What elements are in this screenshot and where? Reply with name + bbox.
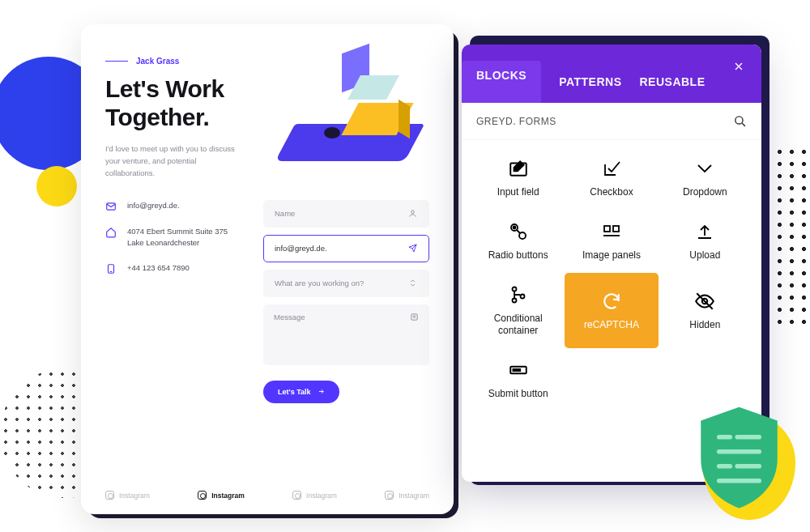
send-icon bbox=[408, 244, 418, 253]
topic-select[interactable]: What are you working on? bbox=[263, 270, 429, 297]
instagram-icon bbox=[198, 491, 207, 500]
message-textarea[interactable]: Message bbox=[263, 304, 429, 365]
svg-point-11 bbox=[512, 287, 516, 292]
contact-phone: +44 123 654 7890 bbox=[105, 262, 243, 275]
note-icon bbox=[410, 313, 419, 323]
hidden-icon bbox=[694, 291, 715, 312]
contact-form: Name info@greyd.de. What are you working… bbox=[263, 200, 429, 476]
block-hidden[interactable]: Hidden bbox=[659, 273, 752, 348]
close-button[interactable] bbox=[731, 56, 747, 72]
email-input[interactable]: info@greyd.de. bbox=[263, 235, 429, 262]
phone-icon bbox=[105, 263, 117, 275]
block-conditional-container[interactable]: Conditional container bbox=[471, 273, 565, 348]
svg-point-8 bbox=[519, 232, 526, 239]
svg-point-4 bbox=[735, 117, 743, 124]
name-input[interactable]: Name bbox=[263, 200, 429, 228]
home-icon bbox=[105, 227, 117, 238]
submit-button-icon bbox=[508, 360, 529, 381]
tab-blocks[interactable]: BLOCKS bbox=[462, 61, 541, 103]
upload-icon bbox=[694, 221, 715, 242]
block-submit-button[interactable]: Submit button bbox=[471, 348, 565, 411]
section-label: GREYD. FORMS bbox=[476, 116, 556, 127]
blocks-panel-header: BLOCKS PATTERNS REUSABLE bbox=[462, 45, 761, 103]
page-subtext: I'd love to meet up with you to discuss … bbox=[105, 143, 243, 180]
search-icon[interactable] bbox=[733, 114, 747, 128]
submit-button[interactable]: Let's Talk bbox=[263, 381, 339, 403]
contact-info-column: info@greyd.de. 4074 Ebert Summit Suite 3… bbox=[105, 200, 243, 476]
contact-card: Jack Grass Let's Work Together. I'd love… bbox=[81, 24, 454, 514]
block-input-field[interactable]: Input field bbox=[471, 147, 565, 210]
svg-rect-9 bbox=[604, 226, 610, 232]
dropdown-icon bbox=[694, 158, 715, 179]
blocks-section-header: GREYD. FORMS bbox=[462, 103, 761, 140]
radio-icon bbox=[508, 221, 529, 242]
svg-rect-10 bbox=[613, 226, 619, 232]
social-instagram-1[interactable]: Instagram bbox=[105, 491, 150, 500]
contact-address: 4074 Ebert Summit Suite 375 Lake Leonard… bbox=[105, 226, 243, 249]
svg-rect-16 bbox=[513, 369, 520, 371]
block-recaptcha[interactable]: reCAPTCHA bbox=[565, 273, 658, 348]
social-instagram-4[interactable]: Instagram bbox=[385, 491, 429, 500]
instagram-icon bbox=[385, 491, 394, 500]
recaptcha-icon bbox=[601, 291, 622, 312]
svg-point-2 bbox=[411, 210, 415, 213]
instagram-icon bbox=[292, 491, 301, 500]
svg-point-12 bbox=[512, 299, 516, 303]
svg-point-13 bbox=[520, 295, 524, 299]
block-radio-buttons[interactable]: Radio buttons bbox=[471, 210, 565, 273]
checkbox-icon bbox=[601, 158, 622, 179]
block-checkbox[interactable]: Checkbox bbox=[565, 147, 658, 210]
tab-patterns[interactable]: PATTERNS bbox=[559, 75, 621, 103]
social-instagram-3[interactable]: Instagram bbox=[292, 491, 337, 500]
conditional-icon bbox=[508, 284, 529, 305]
isometric-illustration bbox=[269, 45, 447, 182]
mail-icon bbox=[105, 201, 117, 212]
updown-icon bbox=[408, 279, 418, 288]
bg-yellow-circle bbox=[36, 166, 77, 206]
user-icon bbox=[408, 209, 418, 219]
svg-point-7 bbox=[513, 227, 515, 229]
panel-tabs: BLOCKS PATTERNS REUSABLE bbox=[476, 56, 706, 103]
instagram-icon bbox=[105, 491, 114, 500]
block-dropdown[interactable]: Dropdown bbox=[659, 147, 752, 210]
image-panels-icon bbox=[601, 221, 622, 242]
social-links: Instagram Instagram Instagram Instagram bbox=[105, 476, 429, 500]
tab-reusable[interactable]: REUSABLE bbox=[640, 75, 706, 103]
shield-badge bbox=[693, 402, 786, 512]
contact-email: info@greyd.de. bbox=[105, 200, 243, 212]
block-image-panels[interactable]: Image panels bbox=[565, 210, 658, 273]
social-instagram-2[interactable]: Instagram bbox=[198, 491, 245, 500]
block-upload[interactable]: Upload bbox=[659, 210, 752, 273]
input-field-icon bbox=[508, 158, 529, 179]
